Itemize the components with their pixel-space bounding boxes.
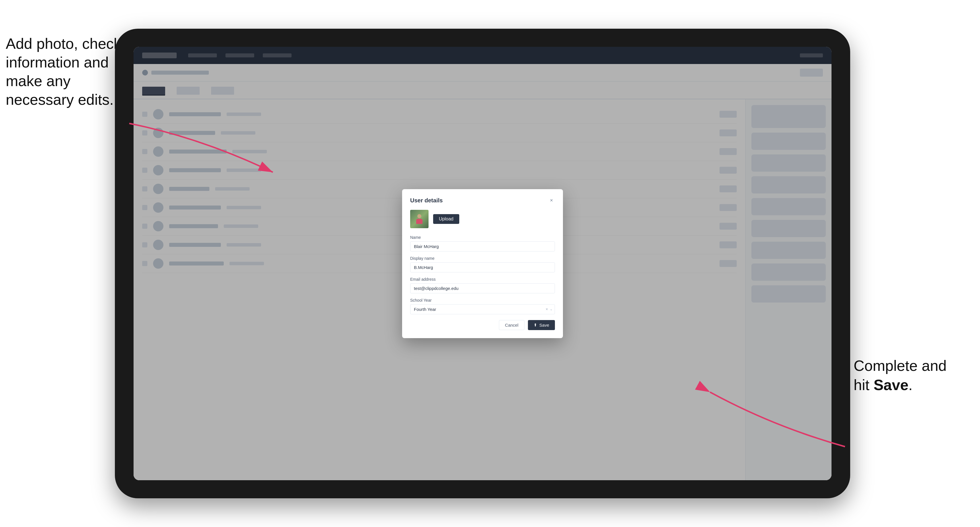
school-year-label: School Year bbox=[410, 298, 555, 303]
clear-school-year-button[interactable]: × bbox=[546, 307, 548, 311]
save-icon: ⬆ bbox=[534, 323, 537, 327]
photo-thumbnail-inner bbox=[410, 210, 428, 228]
name-input[interactable] bbox=[410, 241, 555, 251]
annotation-left: Add photo, check information and make an… bbox=[6, 35, 126, 109]
email-field-group: Email address bbox=[410, 277, 555, 294]
school-year-controls: × ⌄ bbox=[546, 307, 553, 311]
modal-overlay: User details × Upload bbox=[134, 47, 832, 480]
upload-photo-button[interactable]: Upload bbox=[433, 214, 459, 224]
display-name-field-group: Display name bbox=[410, 256, 555, 272]
name-label: Name bbox=[410, 235, 555, 240]
name-field-group: Name bbox=[410, 235, 555, 251]
tablet-frame: User details × Upload bbox=[115, 29, 850, 498]
school-year-input[interactable] bbox=[410, 304, 555, 314]
modal-footer: Cancel ⬆ Save bbox=[410, 320, 555, 330]
modal-title: User details bbox=[410, 197, 442, 204]
email-label: Email address bbox=[410, 277, 555, 282]
school-year-field-group: School Year × ⌄ bbox=[410, 298, 555, 314]
email-input[interactable] bbox=[410, 283, 555, 294]
modal-close-button[interactable]: × bbox=[548, 197, 555, 204]
school-year-wrapper: × ⌄ bbox=[410, 304, 555, 314]
annotation-right: Complete and hit Save. bbox=[854, 356, 974, 395]
tablet-screen: User details × Upload bbox=[134, 47, 832, 480]
photo-section: Upload bbox=[410, 210, 555, 228]
person-silhouette bbox=[416, 214, 423, 224]
photo-thumbnail bbox=[410, 210, 428, 228]
modal-header: User details × bbox=[410, 197, 555, 204]
display-name-label: Display name bbox=[410, 256, 555, 260]
person-body bbox=[416, 219, 423, 224]
cancel-button[interactable]: Cancel bbox=[499, 320, 525, 330]
user-details-modal: User details × Upload bbox=[402, 189, 563, 338]
save-button[interactable]: ⬆ Save bbox=[528, 320, 555, 330]
display-name-input[interactable] bbox=[410, 262, 555, 272]
school-year-chevron-icon[interactable]: ⌄ bbox=[550, 307, 553, 311]
person-head bbox=[417, 214, 422, 218]
